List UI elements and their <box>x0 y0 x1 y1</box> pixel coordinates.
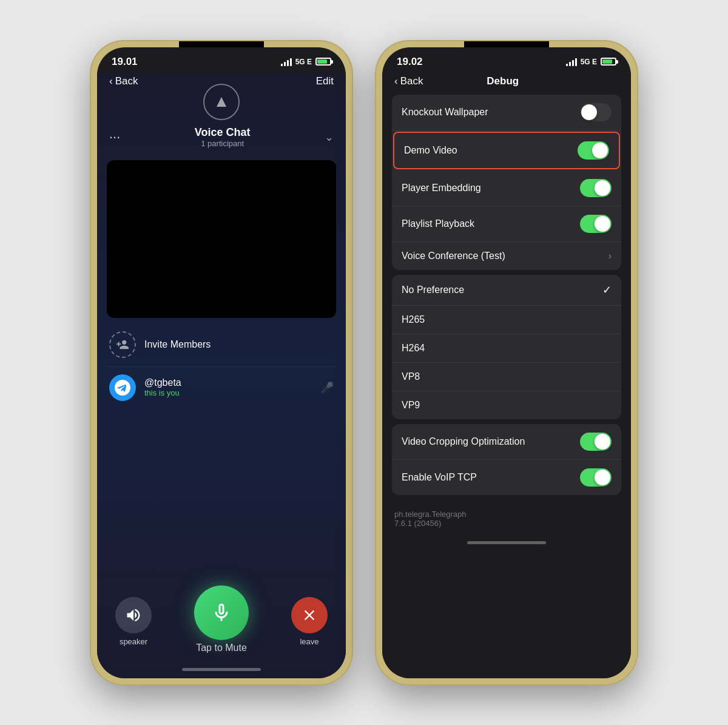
speaker-icon <box>125 607 142 624</box>
chevron-down-icon[interactable]: ⌄ <box>325 130 334 144</box>
nav-bar-left: ‹ Back Edit <box>97 73 346 92</box>
signal-bar-3 <box>287 60 289 66</box>
toggle-knob-voip-tcp <box>595 470 610 485</box>
status-right-left: 5G E <box>281 58 331 66</box>
back-label-right: Back <box>400 75 423 87</box>
right-phone: 19.02 5G E ‹ Back <box>376 41 637 684</box>
signal-bar-r2 <box>569 62 571 66</box>
setting-row-player-embedding: Player Embedding <box>392 170 621 206</box>
toggle-knob-video-cropping <box>595 434 610 450</box>
mute-button[interactable] <box>194 585 249 640</box>
member-info: @tgbeta this is you <box>144 377 312 397</box>
battery-fill-left <box>317 59 327 64</box>
battery-left <box>315 58 331 66</box>
player-embedding-label: Player Embedding <box>402 183 481 194</box>
codec-no-preference-label: No Preference <box>402 285 464 295</box>
speaker-button[interactable] <box>115 597 152 633</box>
compass-arrow <box>217 97 226 107</box>
voice-conference-label: Voice Conference (Test) <box>402 251 505 261</box>
voice-chat-screen: ‹ Back Edit ··· Voice Chat 1 participant… <box>97 73 346 678</box>
invite-row[interactable]: Invite Members <box>107 323 336 367</box>
bottom-settings-section: Video Cropping Optimization Enable VoIP … <box>392 424 621 495</box>
playlist-playback-toggle[interactable] <box>580 215 612 233</box>
back-button-left[interactable]: ‹ Back <box>109 75 138 87</box>
leave-wrap: leave <box>291 597 328 646</box>
setting-row-voice-conference[interactable]: Voice Conference (Test) › <box>392 242 621 270</box>
video-area <box>107 160 336 318</box>
signal-bars-left <box>281 58 292 66</box>
codec-vp8-label: VP8 <box>402 371 420 382</box>
setting-row-video-cropping: Video Cropping Optimization <box>392 424 621 460</box>
microphone-icon <box>211 602 232 624</box>
leave-button[interactable] <box>291 597 328 633</box>
codec-vp9-label: VP9 <box>402 400 420 411</box>
app-bundle: ph.telegra.Telegraph <box>394 510 619 519</box>
toggle-knob-player-embedding <box>595 180 610 196</box>
setting-row-demo-video: Demo Video <box>393 132 620 169</box>
codec-section: No Preference ✓ H265 H264 VP8 VP9 <box>392 275 621 419</box>
setting-row-playlist-playback: Playlist Playback <box>392 206 621 242</box>
signal-bar-2 <box>284 62 286 66</box>
signal-bars-right <box>566 58 577 66</box>
member-sub: this is you <box>144 388 312 397</box>
setting-row-voip-tcp: Enable VoIP TCP <box>392 460 621 495</box>
invite-icon <box>109 331 136 358</box>
voice-chat-header: ··· Voice Chat 1 participant ⌄ <box>97 124 346 155</box>
status-bar-right: 19.02 5G E <box>382 47 631 73</box>
more-button[interactable]: ··· <box>109 129 120 145</box>
video-cropping-toggle[interactable] <box>580 433 612 451</box>
status-time-left: 19.01 <box>112 56 138 68</box>
status-bar-left: 19.01 5G E <box>97 47 346 73</box>
compass-area <box>203 84 240 120</box>
app-info: ph.telegra.Telegraph 7.6.1 (20456) <box>382 500 631 538</box>
close-icon <box>301 607 318 624</box>
invite-text: Invite Members <box>144 339 211 350</box>
codec-no-preference[interactable]: No Preference ✓ <box>392 275 621 306</box>
member-avatar <box>109 374 136 401</box>
chevron-right-icon: › <box>608 251 612 261</box>
debug-nav: ‹ Back Debug <box>382 73 631 95</box>
debug-screen: ‹ Back Debug Knockout Wallpaper Demo Vid… <box>382 73 631 678</box>
codec-vp8[interactable]: VP8 <box>392 363 621 391</box>
main-settings-section: Knockout Wallpaper Demo Video Player Emb… <box>392 95 621 270</box>
left-phone: 19.01 5G E ‹ Back <box>91 41 352 684</box>
playlist-playback-label: Playlist Playback <box>402 218 474 229</box>
voip-tcp-toggle[interactable] <box>580 468 612 487</box>
members-section: Invite Members @tgbeta this is you 🎤 <box>97 323 346 408</box>
app-version: 7.6.1 (20456) <box>394 519 619 528</box>
codec-h264[interactable]: H264 <box>392 334 621 363</box>
home-indicator-right <box>467 541 546 544</box>
player-embedding-toggle[interactable] <box>580 179 612 197</box>
demo-video-toggle[interactable] <box>578 141 609 160</box>
signal-bar-r3 <box>572 60 574 66</box>
battery-fill-right <box>602 59 612 64</box>
speaker-label: speaker <box>120 637 147 646</box>
back-label-left: Back <box>115 75 138 87</box>
codec-vp9[interactable]: VP9 <box>392 391 621 419</box>
compass <box>203 84 240 120</box>
checkmark-icon: ✓ <box>602 283 612 297</box>
toggle-knob-knockout <box>581 104 597 120</box>
signal-bar-r4 <box>575 58 577 66</box>
mic-icon: 🎤 <box>320 381 334 394</box>
codec-h265[interactable]: H265 <box>392 306 621 334</box>
status-time-right: 19.02 <box>397 56 423 68</box>
speaker-wrap: speaker <box>115 597 152 646</box>
toggle-knob-playlist-playback <box>595 216 610 232</box>
knockout-toggle[interactable] <box>580 103 612 121</box>
tap-mute-label: Tap to Mute <box>196 642 247 658</box>
mute-wrap: Tap to Mute <box>194 585 249 658</box>
back-chevron-left: ‹ <box>109 75 113 87</box>
voice-chat-participants: 1 participant <box>120 139 325 148</box>
edit-button[interactable]: Edit <box>316 75 334 87</box>
setting-row-knockout: Knockout Wallpaper <box>392 95 621 130</box>
back-button-right[interactable]: ‹ Back <box>394 75 423 87</box>
codec-h265-label: H265 <box>402 314 425 325</box>
signal-label-left: 5G E <box>295 58 312 66</box>
voice-chat-name: Voice Chat <box>120 126 325 139</box>
video-cropping-label: Video Cropping Optimization <box>402 436 525 447</box>
demo-video-label: Demo Video <box>404 145 457 156</box>
codec-h264-label: H264 <box>402 343 425 354</box>
knockout-label: Knockout Wallpaper <box>402 107 488 118</box>
toggle-knob-demo-video <box>592 143 608 158</box>
